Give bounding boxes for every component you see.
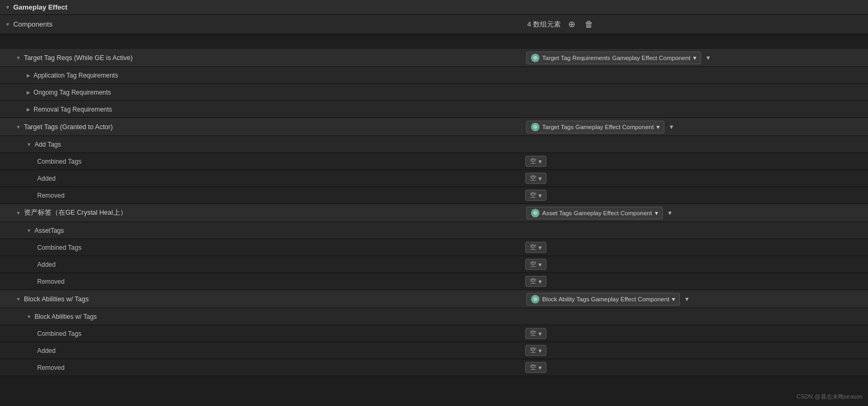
tt-added-row: Added 空 ▾: [0, 170, 868, 187]
ba-removed-value[interactable]: 空 ▾: [525, 362, 546, 373]
at-combined-value[interactable]: 空 ▾: [525, 242, 546, 253]
at-combined-row: Combined Tags 空 ▾: [0, 239, 868, 256]
at-combined-chevron: ▾: [538, 244, 542, 251]
ongoing-tag-label: Ongoing Tag Requirements: [33, 89, 111, 96]
ba-combined-value[interactable]: 空 ▾: [525, 328, 546, 339]
app-tag-label: Application Tag Requirements: [33, 72, 118, 79]
ba-added-label: Added: [37, 347, 56, 354]
ba-added-chevron: ▾: [538, 347, 542, 354]
ba-sub-arrow: ▼: [27, 314, 31, 319]
tt-added-chevron: ▾: [538, 175, 542, 182]
components-count: 4 数组元素: [527, 20, 561, 29]
tt-combined-row: Combined Tags 空 ▾: [0, 153, 868, 170]
arrow-down-icon: ▼: [5, 5, 10, 10]
components-label: Components: [13, 20, 53, 28]
section-target-tag-reqs: ▼ Target Tag Reqs (While GE is Active) ⚙…: [0, 49, 868, 67]
add-component-button[interactable]: ⊕: [566, 18, 577, 30]
title-label: Gameplay Effect: [13, 3, 68, 11]
components-arrow: ▼: [5, 22, 10, 27]
at-removed-value[interactable]: 空 ▾: [525, 276, 546, 287]
section2-arrow: ▼: [16, 124, 21, 130]
removal-tag-label: Removal Tag Requirements: [33, 106, 112, 113]
section4-arrow: ▼: [16, 297, 21, 302]
subsection-block-abilities: ▼ Block Abilities w/ Tags: [0, 308, 868, 325]
at-combined-label: Combined Tags: [37, 244, 81, 251]
section-asset-tags: ▼ 资产标签（在GE Crystal Heal上） ⚙ Asset Tags G…: [0, 204, 868, 222]
target-tags-badge-label: Target Tags Gameplay Effect Component: [542, 124, 654, 130]
target-tags-icon: ⚙: [531, 123, 540, 131]
tt-combined-value[interactable]: 空 ▾: [525, 156, 546, 167]
main-layout: ▼ Components 4 数组元素 ⊕ 🗑 ▼ Target Tag Req…: [0, 15, 868, 406]
at-added-row: Added 空 ▾: [0, 256, 868, 273]
target-tag-req-badge[interactable]: ⚙ Target Tag Requirements Gameplay Effec…: [526, 52, 701, 64]
tt-added-label: Added: [37, 175, 56, 182]
at-added-text: 空: [530, 260, 536, 268]
section1-chevron[interactable]: ▾: [704, 53, 712, 63]
removal-tag-arrow: ▶: [27, 107, 30, 112]
components-left: ▼ Components: [0, 20, 521, 28]
ba-combined-text: 空: [530, 329, 536, 337]
section-block-abilities: ▼ Block Abilities w/ Tags ⚙ Block Abilit…: [0, 290, 868, 308]
section1-label: Target Tag Reqs (While GE is Active): [24, 54, 133, 62]
tt-removed-value[interactable]: 空 ▾: [525, 190, 546, 201]
tt-combined-label: Combined Tags: [37, 158, 81, 165]
subsection-app-tag-req: ▶ Application Tag Requirements: [0, 67, 868, 84]
section2-label: Target Tags (Granted to Actor): [24, 123, 113, 131]
block-abilities-badge-chevron: ▾: [672, 295, 675, 303]
tt-removed-row: Removed 空 ▾: [0, 187, 868, 204]
delete-component-button[interactable]: 🗑: [583, 19, 595, 30]
asset-tags-badge[interactable]: ⚙ Asset Tags Gameplay Effect Component ▾: [526, 207, 663, 219]
ba-added-value[interactable]: 空 ▾: [525, 345, 546, 356]
target-tag-req-icon: ⚙: [531, 54, 540, 62]
ba-combined-chevron: ▾: [538, 330, 542, 337]
at-removed-row: Removed 空 ▾: [0, 273, 868, 290]
tt-combined-chevron: ▾: [538, 158, 542, 165]
at-removed-chevron: ▾: [538, 278, 542, 285]
add-tags-label: Add Tags: [35, 141, 61, 148]
asset-tags-badge-label: Asset Tags Gameplay Effect Component: [542, 210, 652, 216]
section4-label: Block Abilities w/ Tags: [24, 295, 89, 303]
app-tag-arrow: ▶: [27, 73, 30, 78]
subsection-add-tags: ▼ Add Tags: [0, 136, 868, 153]
ba-removed-text: 空: [530, 363, 536, 371]
at-added-value[interactable]: 空 ▾: [525, 259, 546, 270]
at-removed-label: Removed: [37, 278, 64, 285]
at-added-chevron: ▾: [538, 261, 542, 268]
section1-arrow: ▼: [16, 55, 21, 61]
section3-label: 资产标签（在GE Crystal Heal上）: [24, 208, 127, 217]
ba-combined-row: Combined Tags 空 ▾: [0, 325, 868, 342]
target-tags-badge[interactable]: ⚙ Target Tags Gameplay Effect Component …: [526, 121, 664, 133]
target-tags-badge-chevron: ▾: [656, 123, 660, 131]
ba-removed-chevron: ▾: [538, 364, 542, 371]
asset-tags-badge-chevron: ▾: [655, 209, 658, 217]
ba-added-text: 空: [530, 346, 536, 354]
title-bar: ▼ Gameplay Effect: [0, 0, 868, 15]
at-combined-text: 空: [530, 243, 536, 251]
section-target-tags: ▼ Target Tags (Granted to Actor) ⚙ Targe…: [0, 118, 868, 136]
section2-chevron[interactable]: ▾: [668, 122, 676, 132]
components-right: 4 数组元素 ⊕ 🗑: [521, 18, 868, 30]
tt-added-text: 空: [530, 174, 536, 182]
section4-chevron[interactable]: ▾: [683, 294, 691, 304]
ongoing-tag-arrow: ▶: [27, 90, 30, 95]
block-abilities-badge[interactable]: ⚙ Block Ability Tags Gameplay Effect Com…: [526, 293, 680, 306]
add-tags-arrow: ▼: [27, 142, 31, 147]
scroll-container: ▼ Target Tag Reqs (While GE is Active) ⚙…: [0, 49, 868, 406]
target-tag-req-badge-label: Target Tag Requirements Gameplay Effect …: [542, 55, 690, 61]
assettags-arrow: ▼: [27, 228, 31, 233]
ba-sub-label: Block Abilities w/ Tags: [35, 313, 97, 320]
components-row: ▼ Components 4 数组元素 ⊕ 🗑: [0, 15, 868, 34]
tt-removed-chevron: ▾: [538, 192, 542, 199]
subsection-removal-tag-req: ▶ Removal Tag Requirements: [0, 101, 868, 118]
tt-removed-text: 空: [530, 191, 536, 199]
subsection-ongoing-tag-req: ▶ Ongoing Tag Requirements: [0, 84, 868, 101]
ba-added-row: Added 空 ▾: [0, 342, 868, 359]
ba-removed-row: Removed 空 ▾: [0, 359, 868, 376]
at-added-label: Added: [37, 261, 56, 268]
tt-combined-text: 空: [530, 157, 536, 165]
tt-added-value[interactable]: 空 ▾: [525, 173, 546, 184]
subsection-assettags: ▼ AssetTags: [0, 222, 868, 239]
at-removed-text: 空: [530, 277, 536, 285]
badge-chevron-down: ▾: [693, 54, 696, 62]
section3-chevron[interactable]: ▾: [666, 208, 674, 218]
